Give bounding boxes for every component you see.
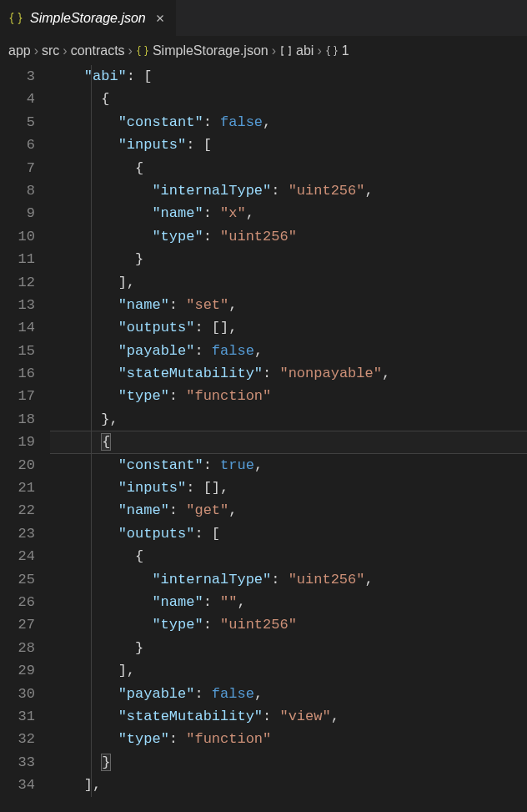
- line-number: 23: [0, 522, 35, 545]
- code-line[interactable]: "constant": false,: [50, 111, 527, 134]
- code-line[interactable]: {: [50, 431, 527, 453]
- code-line[interactable]: "outputs": [],: [50, 316, 527, 339]
- line-number: 10: [0, 225, 35, 248]
- breadcrumb[interactable]: app › src › contracts › SimpleStorage.js…: [0, 37, 527, 65]
- line-number: 26: [0, 591, 35, 613]
- code-line[interactable]: "name": "set",: [50, 294, 527, 316]
- code-line[interactable]: "name": "get",: [50, 499, 527, 522]
- line-number: 27: [0, 613, 35, 636]
- code-line[interactable]: "payable": false,: [50, 683, 527, 705]
- line-number: 28: [0, 637, 35, 659]
- code-line[interactable]: }: [50, 751, 527, 774]
- brackets-icon: [279, 44, 293, 58]
- line-number: 5: [0, 111, 35, 134]
- code-line[interactable]: "abi": [: [50, 65, 527, 88]
- tab-filename: SimpleStorage.json: [30, 11, 146, 26]
- crumb-app[interactable]: app: [8, 43, 31, 58]
- code-line[interactable]: "stateMutability": "view",: [50, 705, 527, 728]
- chevron-right-icon: ›: [128, 43, 133, 58]
- line-number: 17: [0, 385, 35, 407]
- tab-bar: SimpleStorage.json: [0, 0, 527, 37]
- line-number: 12: [0, 271, 35, 294]
- code-line[interactable]: "type": "function": [50, 385, 527, 407]
- chevron-right-icon: ›: [63, 43, 67, 58]
- code-line[interactable]: ],: [50, 271, 527, 294]
- code-area[interactable]: "abi": [ { "constant": false, "inputs": …: [50, 65, 527, 797]
- close-icon[interactable]: [153, 11, 168, 26]
- code-line[interactable]: "outputs": [: [50, 522, 527, 545]
- line-number: 34: [0, 774, 35, 796]
- chevron-right-icon: ›: [317, 43, 321, 58]
- code-line[interactable]: "payable": false,: [50, 340, 527, 362]
- code-line[interactable]: "type": "function": [50, 728, 527, 750]
- line-number: 33: [0, 751, 35, 774]
- line-number: 6: [0, 134, 35, 156]
- code-line[interactable]: ],: [50, 659, 527, 682]
- line-number: 13: [0, 294, 35, 316]
- braces-icon: [325, 44, 339, 58]
- json-braces-icon: [8, 11, 23, 26]
- line-number: 3: [0, 65, 35, 88]
- code-line[interactable]: {: [50, 88, 527, 110]
- crumb-src[interactable]: src: [42, 43, 59, 58]
- line-number: 21: [0, 477, 35, 499]
- code-line[interactable]: "inputs": [],: [50, 477, 527, 499]
- line-number: 14: [0, 316, 35, 339]
- line-gutter: 3456789101112131415161718192021222324252…: [0, 65, 50, 797]
- code-line[interactable]: }: [50, 248, 527, 270]
- line-number: 29: [0, 659, 35, 682]
- line-number: 31: [0, 705, 35, 728]
- code-line[interactable]: "inputs": [: [50, 134, 527, 156]
- line-number: 30: [0, 683, 35, 705]
- line-number: 15: [0, 340, 35, 362]
- chevron-right-icon: ›: [34, 43, 38, 58]
- code-editor[interactable]: 3456789101112131415161718192021222324252…: [0, 65, 527, 797]
- line-number: 25: [0, 568, 35, 591]
- line-number: 22: [0, 499, 35, 522]
- code-line[interactable]: {: [50, 545, 527, 567]
- code-line[interactable]: "name": "x",: [50, 202, 527, 224]
- line-number: 19: [0, 431, 35, 453]
- line-number: 9: [0, 202, 35, 224]
- code-line[interactable]: "name": "",: [50, 591, 527, 613]
- chevron-right-icon: ›: [272, 43, 276, 58]
- tab-simplestorage[interactable]: SimpleStorage.json: [0, 0, 176, 36]
- line-number: 24: [0, 545, 35, 567]
- line-number: 11: [0, 248, 35, 270]
- line-number: 16: [0, 362, 35, 385]
- crumb-index[interactable]: 1: [342, 43, 349, 58]
- code-line[interactable]: },: [50, 408, 527, 431]
- line-number: 32: [0, 728, 35, 750]
- code-line[interactable]: "stateMutability": "nonpayable",: [50, 362, 527, 385]
- code-line[interactable]: "type": "uint256": [50, 613, 527, 636]
- code-line[interactable]: "constant": true,: [50, 454, 527, 477]
- line-number: 18: [0, 408, 35, 431]
- crumb-abi[interactable]: abi: [296, 43, 314, 58]
- code-line[interactable]: ],: [50, 774, 527, 796]
- json-braces-icon: [136, 44, 149, 58]
- code-line[interactable]: "internalType": "uint256",: [50, 179, 527, 202]
- crumb-file[interactable]: SimpleStorage.json: [153, 43, 269, 58]
- code-line[interactable]: "internalType": "uint256",: [50, 568, 527, 591]
- code-line[interactable]: "type": "uint256": [50, 225, 527, 248]
- line-number: 7: [0, 157, 35, 179]
- code-line[interactable]: {: [50, 157, 527, 179]
- line-number: 4: [0, 88, 35, 110]
- crumb-contracts[interactable]: contracts: [71, 43, 125, 58]
- code-line[interactable]: }: [50, 637, 527, 659]
- line-number: 20: [0, 454, 35, 477]
- current-line-highlight: [50, 431, 527, 453]
- line-number: 8: [0, 179, 35, 202]
